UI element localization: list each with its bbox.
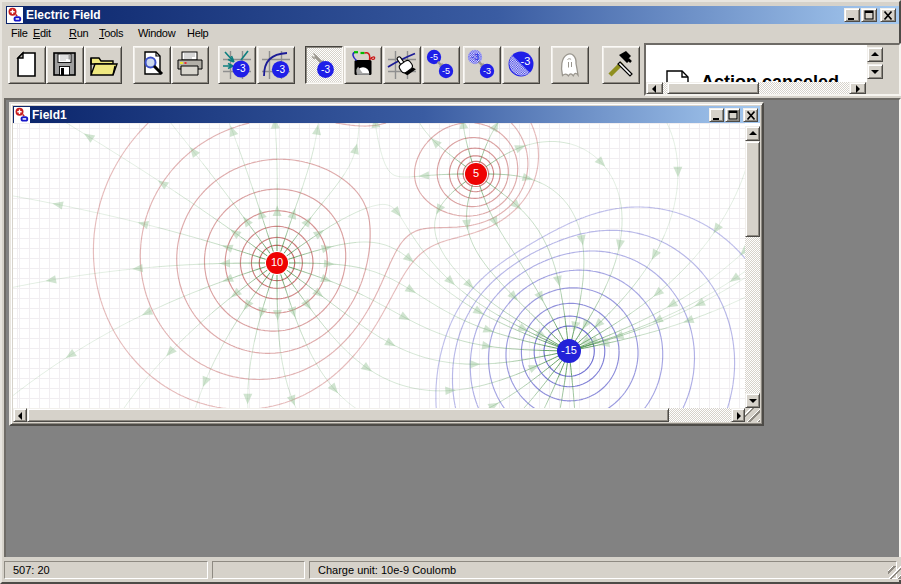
menu-item-window[interactable]: Window xyxy=(138,27,175,39)
options-button[interactable] xyxy=(602,46,640,84)
field-line xyxy=(325,298,349,316)
edit-charge-button[interactable]: -3 xyxy=(502,46,540,84)
field-line xyxy=(294,287,299,293)
field-line xyxy=(312,275,319,278)
scroll-left-button[interactable] xyxy=(13,408,27,422)
menu-item-tools[interactable]: Tools xyxy=(99,27,123,39)
move-charge-button[interactable]: -3 xyxy=(305,46,343,84)
menu-item-edit[interactable]: Edit xyxy=(33,27,51,39)
voltmeter-button[interactable] xyxy=(344,46,382,84)
scroll-right-button[interactable] xyxy=(849,82,866,94)
field-arrow xyxy=(489,123,498,133)
field-arrow xyxy=(405,284,416,293)
field-vertical-scrollbar[interactable] xyxy=(745,126,760,408)
field1-title-bar[interactable]: Field1 xyxy=(13,106,760,123)
scroll-left-button[interactable] xyxy=(646,82,663,94)
field1-maximize-button[interactable] xyxy=(725,108,740,122)
copy-charge-icon: -5-5 xyxy=(425,49,457,81)
ghost-icon xyxy=(554,49,586,81)
field1-resize-grip[interactable] xyxy=(745,408,760,422)
log-horizontal-scrollbar[interactable] xyxy=(646,82,866,94)
print-icon xyxy=(174,49,206,81)
field-line xyxy=(547,308,552,317)
window-resize-grip[interactable] xyxy=(888,566,901,579)
ghost-button[interactable] xyxy=(551,46,589,84)
change-charge-button[interactable]: -3-3 xyxy=(463,46,501,84)
scroll-up-button[interactable] xyxy=(867,47,883,62)
charge-10[interactable]: 10 xyxy=(266,252,288,274)
field-arrow xyxy=(462,219,471,230)
minimize-icon xyxy=(847,10,858,21)
window-title: Electric Field xyxy=(26,8,101,22)
menu-item-file[interactable]: File xyxy=(11,27,28,39)
scrollbar-thumb[interactable] xyxy=(27,408,669,422)
svg-text:-5: -5 xyxy=(442,66,450,76)
field-line xyxy=(490,163,492,164)
menu-item-run[interactable]: Run xyxy=(69,27,88,39)
status-mid xyxy=(212,561,305,579)
scroll-down-button[interactable] xyxy=(867,64,883,79)
scroll-right-button[interactable] xyxy=(731,408,745,422)
field-arrow xyxy=(683,315,694,323)
field-line xyxy=(546,328,548,330)
field-line xyxy=(295,249,297,250)
field-line xyxy=(13,267,153,290)
minimize-button[interactable] xyxy=(844,8,860,22)
trace-line-button[interactable] xyxy=(383,46,421,84)
field-line xyxy=(289,245,291,247)
open-button[interactable] xyxy=(84,46,122,84)
field-vectors-button[interactable]: -3 xyxy=(218,46,256,84)
scroll-up-button[interactable] xyxy=(745,126,760,141)
print-button[interactable] xyxy=(171,46,209,84)
close-button[interactable] xyxy=(880,8,896,22)
field-arrow xyxy=(399,312,410,321)
print-preview-button[interactable] xyxy=(133,46,171,84)
field-arrow xyxy=(470,360,481,368)
field-line xyxy=(231,312,243,331)
app-icon xyxy=(7,7,23,23)
toolbar: Action canceled -3-3-3-5-5-3-3-3 xyxy=(4,44,901,100)
field-arrow xyxy=(287,395,295,406)
move-charge-icon: -3 xyxy=(308,49,340,81)
field-line xyxy=(276,139,277,184)
field-line xyxy=(560,398,562,408)
charge--15[interactable]: -15 xyxy=(557,339,581,363)
field-line xyxy=(249,243,253,246)
field-lines-button[interactable]: -3 xyxy=(257,46,295,84)
maximize-button[interactable] xyxy=(861,8,877,22)
field-arrow xyxy=(288,306,296,317)
svg-text:-5: -5 xyxy=(430,52,438,62)
log-vertical-scrollbar[interactable] xyxy=(867,45,883,82)
field-line xyxy=(623,323,637,329)
field1-close-button[interactable] xyxy=(743,108,758,122)
field-line xyxy=(301,280,307,284)
charge-5[interactable]: 5 xyxy=(465,163,487,185)
field-canvas[interactable]: 105-15 xyxy=(13,123,745,408)
field-line xyxy=(270,242,271,244)
new-document-icon xyxy=(11,49,43,81)
scroll-down-button[interactable] xyxy=(745,393,760,408)
title-bar[interactable]: Electric Field xyxy=(6,6,899,24)
new-button[interactable] xyxy=(8,46,46,84)
field-line xyxy=(581,275,583,295)
field-line xyxy=(576,320,577,322)
field-line xyxy=(270,284,271,286)
field-arrow xyxy=(244,299,254,310)
field-line xyxy=(542,356,545,357)
scrollbar-thumb[interactable] xyxy=(667,82,759,94)
field-line xyxy=(257,249,259,251)
application-window: Electric Field FileEditRunToolsWindowHel… xyxy=(0,0,901,584)
field1-minimize-button[interactable] xyxy=(709,108,724,122)
save-button[interactable] xyxy=(46,46,84,84)
field-arrow xyxy=(571,321,580,332)
menu-item-help[interactable]: Help xyxy=(187,27,208,39)
field-line xyxy=(307,285,313,290)
tools-icon xyxy=(605,49,637,81)
field-arrow xyxy=(132,264,143,272)
svg-text:10: 10 xyxy=(271,256,283,268)
field-line xyxy=(462,183,464,185)
field-arrow xyxy=(328,383,338,394)
copy-charge-button[interactable]: -5-5 xyxy=(422,46,460,84)
field-horizontal-scrollbar[interactable] xyxy=(13,408,745,422)
scrollbar-thumb[interactable] xyxy=(745,141,760,237)
